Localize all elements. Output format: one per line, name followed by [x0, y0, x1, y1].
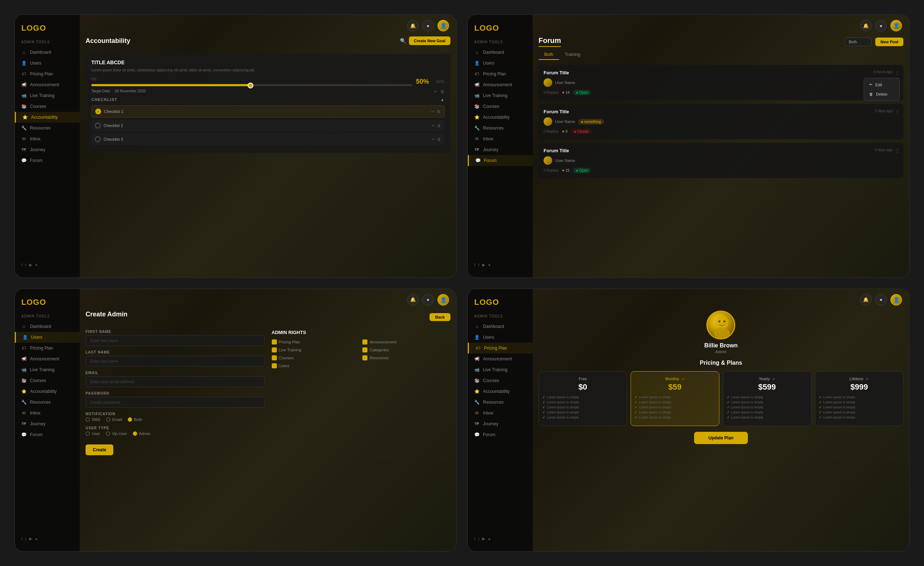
sidebar-item-forum[interactable]: 💬Forum [468, 429, 533, 440]
right-categories[interactable]: Categories [362, 347, 450, 352]
more-options-button-1[interactable]: ⋮ [895, 70, 900, 76]
tab-both[interactable]: Both [538, 50, 559, 60]
sidebar-item-announcement[interactable]: 📢Announcement [15, 353, 80, 364]
sidebar-item-accountability[interactable]: ⭐Accountability [468, 112, 533, 123]
notification-sms[interactable]: SMS [86, 417, 100, 422]
plan-free[interactable]: Free $0 Lorem ipsum is simply Lorem ipsu… [538, 371, 627, 426]
footer-yt[interactable]: ▶ [29, 263, 32, 267]
sidebar-item-accountability[interactable]: ⭐Accountability [15, 386, 80, 397]
create-goal-button[interactable]: Create New Goal [409, 36, 450, 45]
footer-fb[interactable]: f [474, 263, 476, 267]
sidebar-item-forum[interactable]: 💬Forum [468, 155, 533, 166]
type-user[interactable]: User [86, 431, 100, 436]
settings-button[interactable]: ● [875, 20, 887, 31]
sidebar-item-users[interactable]: 👤Users [468, 332, 533, 343]
checkbox-2[interactable] [95, 123, 101, 129]
delete-icon[interactable]: 🗑 [440, 89, 445, 94]
sidebar-item-journey[interactable]: 🗺Journey [468, 418, 533, 429]
settings-button[interactable]: ● [422, 294, 434, 305]
bell-button[interactable]: 🔔 [860, 20, 872, 31]
checklist-item-2[interactable]: Checklist 2 ✏ 🗑 [92, 120, 445, 131]
sidebar-item-pricing[interactable]: 🏷Pricing Plan [468, 343, 533, 353]
sidebar-item-courses[interactable]: 📚Courses [15, 375, 80, 386]
last-name-input[interactable] [86, 356, 265, 367]
footer-fb[interactable]: f [21, 263, 22, 267]
sidebar-item-live-training[interactable]: 📹Live Training [468, 364, 533, 375]
footer-tw[interactable]: t [478, 263, 479, 267]
collapse-icon[interactable]: ▲ [440, 97, 445, 102]
checkbox-resources[interactable] [362, 355, 368, 360]
sidebar-item-forum[interactable]: 💬 Forum [15, 155, 80, 166]
sidebar-item-users[interactable]: 👤Users [468, 58, 533, 69]
right-pricing[interactable]: Pricing Plan [272, 340, 360, 344]
footer-ig[interactable]: ● [488, 263, 490, 267]
sidebar-item-journey[interactable]: 🗺Journey [15, 418, 80, 429]
first-name-input[interactable] [86, 335, 265, 346]
checkbox-live-training[interactable] [272, 347, 277, 352]
edit-check-icon[interactable]: ✏ [432, 123, 435, 128]
footer-yt[interactable]: ▶ [482, 263, 485, 267]
new-post-button[interactable]: New Post [875, 37, 903, 46]
bell-button[interactable]: 🔔 [407, 20, 418, 31]
create-button[interactable]: Create [86, 445, 113, 455]
notification-email[interactable]: Email [106, 417, 122, 422]
sidebar-item-announcement[interactable]: 📢Announcement [468, 353, 533, 364]
footer-tw[interactable]: t [25, 537, 26, 541]
plan-yearly[interactable]: Yearly ✓ $599 Lorem ipsum is simply Lore… [723, 371, 812, 426]
sidebar-item-resources[interactable]: 🔧Resources [468, 123, 533, 133]
sidebar-item-pricing[interactable]: 🏷Pricing Plan [15, 343, 80, 353]
sidebar-item-courses[interactable]: 📚Courses [468, 375, 533, 386]
sidebar-item-accountability[interactable]: ⭐ Accountability [15, 112, 80, 123]
more-options-button-2[interactable]: ⋮ [895, 109, 900, 115]
checkbox-users[interactable] [272, 363, 277, 368]
sidebar-item-dashboard[interactable]: ⌂ Dashboard [15, 47, 80, 58]
plan-monthly[interactable]: Monthly ✓ $59 Lorem ipsum is simply Lore… [630, 371, 719, 426]
notification-both[interactable]: Both [128, 417, 142, 422]
footer-ig[interactable]: ● [35, 537, 38, 541]
sidebar-item-users[interactable]: 👤Users [15, 332, 80, 343]
footer-tw[interactable]: t [478, 537, 479, 541]
more-options-button-3[interactable]: ⋮ [895, 148, 900, 154]
type-vip[interactable]: Vip User [106, 431, 127, 436]
bell-button[interactable]: 🔔 [407, 294, 418, 305]
sidebar-item-inbox[interactable]: ✉Inbox [468, 408, 533, 418]
right-users[interactable]: Users [272, 363, 360, 368]
right-announcement[interactable]: Announcement [362, 340, 450, 344]
settings-button[interactable]: ● [422, 20, 434, 31]
edit-icon[interactable]: ✏ [434, 89, 438, 94]
type-admin[interactable]: Admin [133, 431, 150, 436]
footer-fb[interactable]: f [21, 537, 22, 541]
edit-check-icon[interactable]: ✏ [431, 109, 435, 114]
edit-check-icon[interactable]: ✏ [432, 137, 435, 142]
checkbox-3[interactable] [95, 136, 101, 142]
sidebar-item-dashboard[interactable]: ⌂Dashboard [15, 321, 80, 332]
sidebar-item-resources[interactable]: 🔧 Resources [15, 123, 80, 133]
checklist-item-3[interactable]: Checklist 3 ✏ 🗑 [92, 133, 445, 145]
bell-button[interactable]: 🔔 [860, 294, 872, 305]
checklist-item-1[interactable]: ✓ Checklist 1 ✏ 🗑 [92, 105, 445, 118]
sidebar-item-inbox[interactable]: ✉Inbox [15, 408, 80, 418]
checkbox-pricing[interactable] [272, 340, 277, 344]
delete-check-icon[interactable]: 🗑 [437, 137, 441, 142]
back-button[interactable]: Back [429, 313, 450, 321]
checkbox-announcement[interactable] [362, 340, 368, 344]
sidebar-item-courses[interactable]: 📚 Courses [15, 101, 80, 112]
sidebar-item-resources[interactable]: 🔧Resources [468, 397, 533, 408]
filter-dropdown[interactable]: Both Open Closed [844, 37, 872, 46]
sidebar-item-live-training[interactable]: 📹Live Training [15, 364, 80, 375]
footer-ig[interactable]: ● [488, 537, 490, 541]
plan-lifetime[interactable]: Lifetime ✓ $999 Lorem ipsum is simply Lo… [815, 371, 903, 426]
sidebar-item-announcement[interactable]: 📢Announcement [468, 79, 533, 90]
sidebar-item-pricing[interactable]: 🏷Pricing Plan [468, 69, 533, 79]
sidebar-item-live-training[interactable]: 📹Live Training [468, 90, 533, 101]
checkbox-categories[interactable] [362, 347, 368, 352]
delete-post-button[interactable]: 🗑 Delete [864, 90, 900, 99]
sidebar-item-courses[interactable]: 📚Courses [468, 101, 533, 112]
right-live-training[interactable]: Live Training [272, 347, 360, 352]
right-resources[interactable]: Resources [362, 355, 450, 360]
tab-training[interactable]: Training [559, 50, 586, 60]
sidebar-item-announcement[interactable]: 📢 Announcement [15, 79, 80, 90]
sidebar-item-inbox[interactable]: ✉ Inbox [15, 133, 80, 144]
email-input[interactable] [86, 376, 265, 387]
footer-yt[interactable]: ▶ [482, 536, 485, 541]
